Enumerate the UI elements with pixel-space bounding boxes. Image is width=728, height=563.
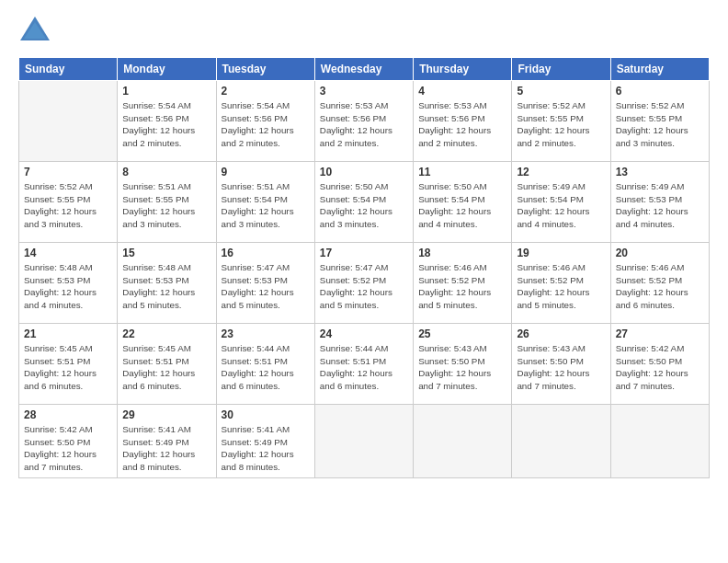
day-info: Sunrise: 5:53 AMSunset: 5:56 PMDaylight:… bbox=[320, 99, 408, 150]
day-number: 7 bbox=[24, 166, 112, 178]
calendar-cell: 27Sunrise: 5:42 AMSunset: 5:50 PMDayligh… bbox=[610, 324, 709, 405]
day-number: 19 bbox=[517, 247, 605, 259]
week-row-4: 21Sunrise: 5:45 AMSunset: 5:51 PMDayligh… bbox=[19, 324, 710, 405]
day-number: 22 bbox=[122, 327, 210, 340]
calendar-cell: 18Sunrise: 5:46 AMSunset: 5:52 PMDayligh… bbox=[414, 243, 512, 324]
day-number: 27 bbox=[616, 327, 704, 340]
calendar-header-tuesday: Tuesday bbox=[216, 58, 314, 81]
calendar-cell: 30Sunrise: 5:41 AMSunset: 5:49 PMDayligh… bbox=[216, 405, 314, 478]
day-number: 23 bbox=[222, 327, 310, 340]
day-number: 1 bbox=[122, 85, 210, 98]
day-number: 18 bbox=[418, 247, 506, 259]
day-info: Sunrise: 5:41 AMSunset: 5:49 PMDaylight:… bbox=[122, 423, 210, 474]
calendar-cell bbox=[19, 81, 118, 162]
day-info: Sunrise: 5:49 AMSunset: 5:54 PMDaylight:… bbox=[517, 180, 605, 231]
logo-icon bbox=[18, 15, 51, 48]
calendar-cell: 8Sunrise: 5:51 AMSunset: 5:55 PMDaylight… bbox=[118, 162, 216, 243]
calendar-cell: 2Sunrise: 5:54 AMSunset: 5:56 PMDaylight… bbox=[216, 81, 314, 162]
day-number: 20 bbox=[616, 247, 704, 259]
calendar-header-friday: Friday bbox=[512, 58, 610, 81]
calendar-cell: 16Sunrise: 5:47 AMSunset: 5:53 PMDayligh… bbox=[216, 243, 314, 324]
day-info: Sunrise: 5:52 AMSunset: 5:55 PMDaylight:… bbox=[24, 180, 112, 231]
day-info: Sunrise: 5:46 AMSunset: 5:52 PMDaylight:… bbox=[418, 261, 506, 312]
calendar-cell: 21Sunrise: 5:45 AMSunset: 5:51 PMDayligh… bbox=[19, 324, 118, 405]
calendar-cell: 13Sunrise: 5:49 AMSunset: 5:53 PMDayligh… bbox=[610, 162, 709, 243]
calendar-header-thursday: Thursday bbox=[414, 58, 512, 81]
day-number: 4 bbox=[418, 85, 506, 98]
day-info: Sunrise: 5:50 AMSunset: 5:54 PMDaylight:… bbox=[320, 180, 408, 231]
day-info: Sunrise: 5:52 AMSunset: 5:55 PMDaylight:… bbox=[517, 99, 605, 150]
week-row-1: 1Sunrise: 5:54 AMSunset: 5:56 PMDaylight… bbox=[19, 81, 710, 162]
calendar-cell bbox=[314, 405, 413, 478]
day-info: Sunrise: 5:43 AMSunset: 5:50 PMDaylight:… bbox=[517, 342, 605, 393]
day-info: Sunrise: 5:45 AMSunset: 5:51 PMDaylight:… bbox=[122, 342, 210, 393]
day-number: 2 bbox=[222, 85, 310, 98]
calendar-cell: 22Sunrise: 5:45 AMSunset: 5:51 PMDayligh… bbox=[118, 324, 216, 405]
calendar-cell: 19Sunrise: 5:46 AMSunset: 5:52 PMDayligh… bbox=[512, 243, 610, 324]
calendar-header-sunday: Sunday bbox=[19, 58, 118, 81]
day-info: Sunrise: 5:51 AMSunset: 5:55 PMDaylight:… bbox=[122, 180, 210, 231]
day-number: 26 bbox=[517, 327, 605, 340]
day-info: Sunrise: 5:44 AMSunset: 5:51 PMDaylight:… bbox=[320, 342, 408, 393]
day-number: 25 bbox=[418, 327, 506, 340]
calendar: SundayMondayTuesdayWednesdayThursdayFrid… bbox=[18, 57, 710, 478]
day-info: Sunrise: 5:42 AMSunset: 5:50 PMDaylight:… bbox=[616, 342, 704, 393]
day-number: 12 bbox=[517, 166, 605, 178]
day-number: 24 bbox=[320, 327, 408, 340]
calendar-cell: 7Sunrise: 5:52 AMSunset: 5:55 PMDaylight… bbox=[19, 162, 118, 243]
day-info: Sunrise: 5:47 AMSunset: 5:52 PMDaylight:… bbox=[320, 261, 408, 312]
day-info: Sunrise: 5:42 AMSunset: 5:50 PMDaylight:… bbox=[24, 423, 112, 474]
calendar-cell: 3Sunrise: 5:53 AMSunset: 5:56 PMDaylight… bbox=[314, 81, 413, 162]
calendar-cell: 15Sunrise: 5:48 AMSunset: 5:53 PMDayligh… bbox=[118, 243, 216, 324]
calendar-header-wednesday: Wednesday bbox=[314, 58, 413, 81]
day-number: 16 bbox=[222, 247, 310, 259]
day-info: Sunrise: 5:54 AMSunset: 5:56 PMDaylight:… bbox=[122, 99, 210, 150]
calendar-cell: 11Sunrise: 5:50 AMSunset: 5:54 PMDayligh… bbox=[414, 162, 512, 243]
calendar-cell: 17Sunrise: 5:47 AMSunset: 5:52 PMDayligh… bbox=[314, 243, 413, 324]
logo bbox=[18, 15, 55, 48]
day-number: 5 bbox=[517, 85, 605, 98]
week-row-3: 14Sunrise: 5:48 AMSunset: 5:53 PMDayligh… bbox=[19, 243, 710, 324]
day-info: Sunrise: 5:43 AMSunset: 5:50 PMDaylight:… bbox=[418, 342, 506, 393]
calendar-cell: 5Sunrise: 5:52 AMSunset: 5:55 PMDaylight… bbox=[512, 81, 610, 162]
day-number: 6 bbox=[616, 85, 704, 98]
day-info: Sunrise: 5:50 AMSunset: 5:54 PMDaylight:… bbox=[418, 180, 506, 231]
main-container: SundayMondayTuesdayWednesdayThursdayFrid… bbox=[0, 0, 728, 488]
day-info: Sunrise: 5:44 AMSunset: 5:51 PMDaylight:… bbox=[222, 342, 310, 393]
calendar-cell: 9Sunrise: 5:51 AMSunset: 5:54 PMDaylight… bbox=[216, 162, 314, 243]
calendar-cell: 12Sunrise: 5:49 AMSunset: 5:54 PMDayligh… bbox=[512, 162, 610, 243]
day-info: Sunrise: 5:52 AMSunset: 5:55 PMDaylight:… bbox=[616, 99, 704, 150]
calendar-cell: 25Sunrise: 5:43 AMSunset: 5:50 PMDayligh… bbox=[414, 324, 512, 405]
day-number: 13 bbox=[616, 166, 704, 178]
day-number: 28 bbox=[24, 408, 112, 421]
day-info: Sunrise: 5:53 AMSunset: 5:56 PMDaylight:… bbox=[418, 99, 506, 150]
day-info: Sunrise: 5:49 AMSunset: 5:53 PMDaylight:… bbox=[616, 180, 704, 231]
header bbox=[18, 15, 710, 48]
day-info: Sunrise: 5:46 AMSunset: 5:52 PMDaylight:… bbox=[616, 261, 704, 312]
calendar-cell: 23Sunrise: 5:44 AMSunset: 5:51 PMDayligh… bbox=[216, 324, 314, 405]
day-info: Sunrise: 5:41 AMSunset: 5:49 PMDaylight:… bbox=[222, 423, 310, 474]
calendar-cell: 28Sunrise: 5:42 AMSunset: 5:50 PMDayligh… bbox=[19, 405, 118, 478]
week-row-2: 7Sunrise: 5:52 AMSunset: 5:55 PMDaylight… bbox=[19, 162, 710, 243]
calendar-cell: 14Sunrise: 5:48 AMSunset: 5:53 PMDayligh… bbox=[19, 243, 118, 324]
day-number: 21 bbox=[24, 327, 112, 340]
calendar-cell: 10Sunrise: 5:50 AMSunset: 5:54 PMDayligh… bbox=[314, 162, 413, 243]
calendar-cell bbox=[610, 405, 709, 478]
day-number: 9 bbox=[222, 166, 310, 178]
day-info: Sunrise: 5:45 AMSunset: 5:51 PMDaylight:… bbox=[24, 342, 112, 393]
day-number: 15 bbox=[122, 247, 210, 259]
day-info: Sunrise: 5:48 AMSunset: 5:53 PMDaylight:… bbox=[122, 261, 210, 312]
day-info: Sunrise: 5:48 AMSunset: 5:53 PMDaylight:… bbox=[24, 261, 112, 312]
day-number: 14 bbox=[24, 247, 112, 259]
calendar-cell: 26Sunrise: 5:43 AMSunset: 5:50 PMDayligh… bbox=[512, 324, 610, 405]
day-number: 29 bbox=[122, 408, 210, 421]
calendar-cell: 1Sunrise: 5:54 AMSunset: 5:56 PMDaylight… bbox=[118, 81, 216, 162]
calendar-header-monday: Monday bbox=[118, 58, 216, 81]
day-number: 11 bbox=[418, 166, 506, 178]
calendar-cell: 6Sunrise: 5:52 AMSunset: 5:55 PMDaylight… bbox=[610, 81, 709, 162]
week-row-5: 28Sunrise: 5:42 AMSunset: 5:50 PMDayligh… bbox=[19, 405, 710, 478]
calendar-cell bbox=[512, 405, 610, 478]
calendar-cell: 29Sunrise: 5:41 AMSunset: 5:49 PMDayligh… bbox=[118, 405, 216, 478]
day-number: 30 bbox=[222, 408, 310, 421]
calendar-header-saturday: Saturday bbox=[610, 58, 709, 81]
